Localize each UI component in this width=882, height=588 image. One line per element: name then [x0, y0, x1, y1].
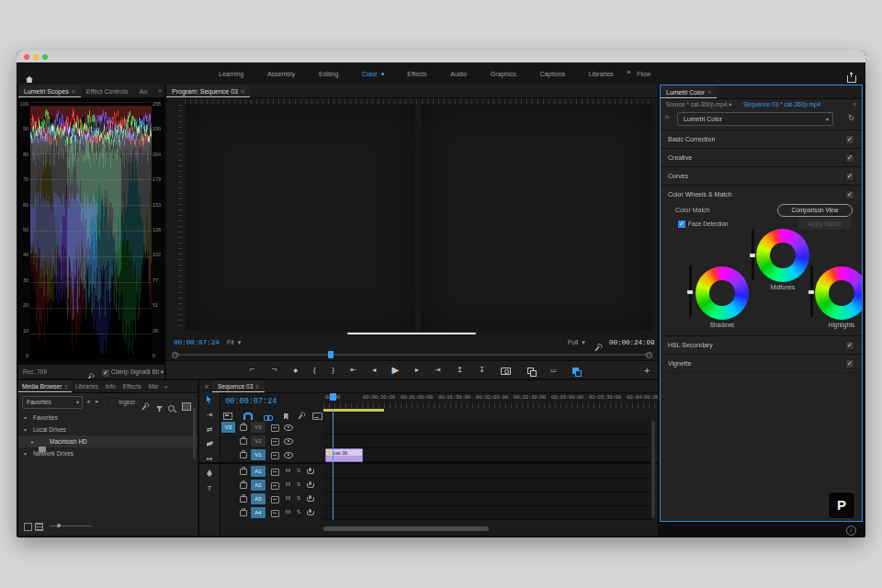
clip-list-icon[interactable]: ≡: [853, 101, 856, 107]
go-to-start-icon[interactable]: ⇤: [350, 366, 356, 375]
lock-icon[interactable]: [240, 496, 247, 503]
reset-effect-icon[interactable]: ↻: [848, 114, 854, 122]
sync-lock-icon[interactable]: [271, 438, 279, 446]
sync-lock-icon[interactable]: [271, 424, 279, 432]
seek-start-knob[interactable]: [172, 352, 178, 358]
safe-margins-icon[interactable]: ▭: [550, 366, 557, 375]
mute-button[interactable]: M: [286, 509, 290, 514]
track-target-v1[interactable]: V1: [251, 449, 266, 460]
av-track-divider[interactable]: [199, 462, 658, 464]
tab-libraries[interactable]: Libraries: [72, 380, 102, 392]
nav-forward-icon[interactable]: ▸: [96, 398, 99, 405]
lock-icon[interactable]: [240, 438, 247, 445]
tab-effect-controls[interactable]: Effect Controls: [81, 85, 134, 97]
solo-button[interactable]: S: [297, 468, 300, 473]
tree-item-network-drives[interactable]: ▾ Network Drives: [18, 447, 198, 459]
lock-icon[interactable]: [240, 482, 247, 489]
track-lane-a4[interactable]: [323, 506, 652, 520]
minimize-window-button[interactable]: [33, 54, 39, 60]
voiceover-mic-icon[interactable]: [309, 509, 311, 513]
lock-icon[interactable]: [240, 424, 247, 431]
track-lane-v3[interactable]: [323, 421, 652, 435]
section-basic-correction[interactable]: Basic Correction ✓: [661, 130, 862, 149]
lift-icon[interactable]: ↥: [457, 366, 463, 375]
workspace-tab-effects[interactable]: Effects: [407, 71, 426, 77]
tab-audio-truncated[interactable]: Au: [134, 85, 153, 97]
timeline-ruler[interactable]: 00:00 00:00:30:00 00:01:00:00 00:01:30:0…: [323, 392, 658, 409]
workspace-tab-captions[interactable]: Captions: [539, 71, 565, 77]
seek-end-knob[interactable]: [646, 352, 652, 358]
playback-resolution-select[interactable]: Full ▾: [568, 339, 585, 346]
panel-menu-icon[interactable]: ≡: [707, 89, 711, 96]
voiceover-mic-icon[interactable]: [309, 495, 311, 499]
mark-out-icon[interactable]: ¬: [271, 366, 277, 375]
sync-lock-icon[interactable]: [271, 469, 279, 476]
panel-menu-icon[interactable]: ≡: [241, 88, 244, 95]
sync-lock-icon[interactable]: [271, 496, 279, 503]
tab-effects[interactable]: Effects: [119, 380, 145, 392]
midtones-color-wheel[interactable]: [756, 229, 809, 282]
zoom-level-select[interactable]: Fit ▾: [227, 339, 241, 346]
close-panel-icon[interactable]: ×: [204, 383, 209, 390]
tab-lumetri-color[interactable]: Lumetri Color≡: [661, 85, 717, 98]
section-color-wheels[interactable]: Color Wheels & Match ✓: [661, 185, 862, 203]
program-playhead[interactable]: [328, 351, 334, 358]
comparison-view-button[interactable]: Comparison View: [777, 204, 853, 217]
tab-info[interactable]: Info: [102, 380, 119, 392]
panel-overflow-icon[interactable]: »: [163, 380, 170, 392]
workspace-tab-libraries[interactable]: Libraries: [589, 71, 614, 77]
voiceover-mic-icon[interactable]: [309, 468, 311, 471]
workspace-tab-audio[interactable]: Audio: [450, 71, 467, 77]
mute-button[interactable]: M: [286, 468, 290, 473]
lock-icon[interactable]: [240, 452, 247, 458]
bit-depth-select[interactable]: 8 Bit ▾: [147, 368, 164, 376]
midtones-luma-slider[interactable]: [752, 229, 754, 280]
timeline-playhead-line[interactable]: [333, 409, 334, 520]
track-lane-v1[interactable]: cat-36: [323, 448, 652, 462]
panel-menu-icon[interactable]: ≡: [255, 384, 259, 390]
workspace-tab-color[interactable]: Color: [362, 71, 384, 77]
step-back-icon[interactable]: ◂: [372, 366, 376, 375]
comparison-view-icon[interactable]: [527, 362, 535, 379]
tab-program-monitor[interactable]: Program: Sequence 03≡: [166, 85, 250, 97]
tab-markers-truncated[interactable]: Mar: [144, 380, 162, 392]
solo-button[interactable]: S: [297, 495, 300, 501]
comparison-scrollbar[interactable]: [347, 333, 476, 334]
clip-cat-360p[interactable]: cat-36: [325, 448, 363, 462]
section-creative[interactable]: Creative ✓: [661, 148, 862, 167]
creative-checkbox[interactable]: ✓: [845, 153, 854, 163]
panel-menu-icon[interactable]: ≡: [72, 88, 75, 95]
expand-icon[interactable]: ▸: [31, 438, 34, 445]
mute-button[interactable]: M: [286, 481, 290, 487]
sync-lock-icon[interactable]: [271, 482, 279, 490]
close-window-button[interactable]: [24, 54, 29, 60]
effect-select[interactable]: Lumetri Color ▾: [677, 112, 833, 126]
track-target-a3[interactable]: A3: [251, 493, 266, 504]
thumbnail-size-slider[interactable]: [50, 526, 92, 526]
vignette-checkbox[interactable]: ✓: [845, 359, 854, 368]
track-lane-a3[interactable]: [323, 492, 652, 506]
collapse-icon[interactable]: ▾: [24, 426, 27, 433]
sync-lock-icon[interactable]: [271, 510, 279, 517]
tree-item-local-drives[interactable]: ▾ Local Drives: [18, 424, 198, 435]
go-to-in-icon[interactable]: {: [313, 366, 316, 375]
program-seek-bar[interactable]: [174, 354, 650, 356]
shadows-luma-slider[interactable]: [689, 266, 692, 317]
track-lane-v2[interactable]: [323, 435, 652, 448]
program-current-timecode[interactable]: 00:00:07:24: [174, 338, 220, 346]
track-target-a2[interactable]: A2: [251, 480, 266, 491]
timeline-horizontal-scrollbar[interactable]: [323, 526, 489, 531]
track-lane-a1[interactable]: [323, 465, 652, 479]
source-patch-v3[interactable]: V3: [221, 422, 235, 433]
panel-menu-icon[interactable]: ≡: [64, 384, 68, 390]
face-detection-checkbox[interactable]: ✓: [677, 220, 686, 229]
timeline-vertical-scrollbar[interactable]: [651, 421, 655, 518]
solo-button[interactable]: S: [297, 481, 300, 487]
color-wheels-checkbox[interactable]: ✓: [845, 190, 854, 199]
lock-icon[interactable]: [240, 469, 247, 475]
workspace-tab-assembly[interactable]: Assembly: [267, 71, 295, 77]
location-select[interactable]: Favorites ▾: [22, 396, 83, 409]
panel-overflow-icon[interactable]: »: [153, 85, 164, 97]
export-frame-icon[interactable]: [501, 362, 511, 379]
shadows-color-wheel[interactable]: [695, 266, 749, 320]
